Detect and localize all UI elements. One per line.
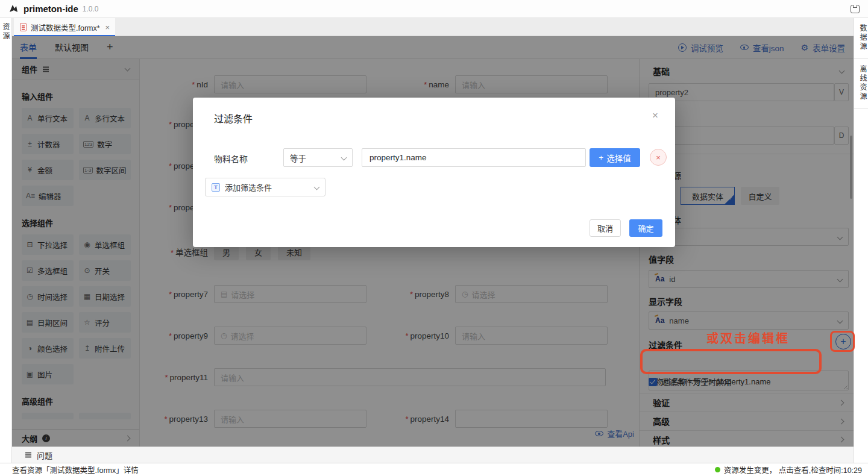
- status-green-dot: [715, 467, 720, 472]
- annotation-box-filter-textarea: [640, 349, 822, 374]
- tab-close-icon[interactable]: ×: [105, 23, 110, 32]
- close-icon: ×: [656, 153, 661, 162]
- document-tabbar: 测试数据类型.formx* ×: [12, 18, 854, 36]
- status-change-notice[interactable]: 资源发生变更， 点击查看,检查时间:10:29: [715, 464, 862, 475]
- template-t-icon: T: [212, 183, 220, 192]
- filter-value-input[interactable]: property1.name: [362, 148, 586, 167]
- tab-formx-document[interactable]: 测试数据类型.formx* ×: [14, 18, 115, 36]
- app-logo-icon: [8, 4, 19, 14]
- app-name: primeton-ide: [24, 4, 78, 14]
- choose-value-button[interactable]: + 选择值: [590, 148, 640, 167]
- annotation-box-plus-button: [830, 331, 855, 352]
- cancel-button[interactable]: 取消: [590, 219, 621, 237]
- filter-field-label: 物料名称: [214, 152, 248, 164]
- chevron-down-icon: [314, 184, 320, 190]
- modal-close-icon[interactable]: ×: [652, 110, 658, 122]
- left-resource-strip: 资源: [0, 18, 12, 463]
- ok-button[interactable]: 确定: [629, 219, 662, 237]
- chevron-down-icon: [341, 155, 347, 161]
- right-strip: 数据源 离线资源: [854, 18, 868, 463]
- problems-bar[interactable]: 问题: [12, 446, 854, 463]
- titlebar: primeton-ide 1.0.0: [0, 0, 868, 18]
- primeton-ide-window: primeton-ide 1.0.0 资源 数据源 离线资源 测试数据类型.fo…: [0, 0, 868, 476]
- status-resource-detail[interactable]: 查看资源「测试数据类型.formx」详情: [12, 464, 139, 475]
- form-file-icon: [20, 23, 27, 31]
- filter-condition-modal: 过滤条件 × 物料名称 等于 property1.name + 选择值 × T …: [193, 98, 675, 247]
- list-lines-icon: [25, 454, 31, 456]
- save-icon[interactable]: [851, 5, 860, 13]
- app-version: 1.0.0: [83, 5, 99, 13]
- tab-title: 测试数据类型.formx*: [31, 22, 100, 33]
- annotation-hint-text: 或双击编辑框: [706, 329, 790, 346]
- add-condition-select[interactable]: T 添加筛选条件: [205, 178, 326, 196]
- plus-icon: +: [599, 153, 603, 162]
- resource-strip-label[interactable]: 资源: [1, 23, 11, 41]
- offline-resource-strip-item[interactable]: 离线资源: [854, 59, 868, 109]
- datasource-strip-item[interactable]: 数据源: [854, 18, 868, 59]
- status-bar: 查看资源「测试数据类型.formx」详情 资源发生变更， 点击查看,检查时间:1…: [0, 463, 868, 476]
- delete-condition-button[interactable]: ×: [650, 149, 667, 166]
- modal-title: 过滤条件: [214, 111, 253, 125]
- operator-select[interactable]: 等于: [283, 148, 353, 167]
